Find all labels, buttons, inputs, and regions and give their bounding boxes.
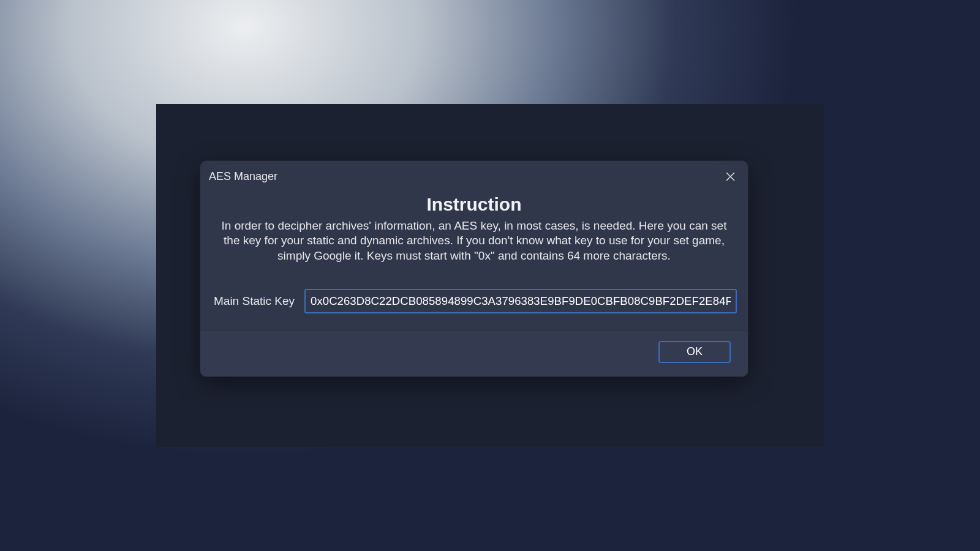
ok-button[interactable]: OK <box>658 341 731 363</box>
dialog-footer: OK <box>200 331 748 377</box>
main-static-key-row: Main Static Key <box>211 289 737 313</box>
instruction-body-text: In order to decipher archives' informati… <box>211 219 737 263</box>
dialog-titlebar[interactable]: AES Manager <box>200 161 748 186</box>
aes-manager-dialog: AES Manager Instruction In order to deci… <box>200 161 748 377</box>
main-static-key-label: Main Static Key <box>211 294 295 308</box>
main-static-key-input[interactable] <box>304 289 737 313</box>
close-button[interactable] <box>721 167 739 186</box>
instruction-heading: Instruction <box>211 194 737 215</box>
dialog-window-title: AES Manager <box>209 170 277 183</box>
close-icon <box>726 172 735 181</box>
desktop-background: AES Manager Instruction In order to deci… <box>0 0 980 551</box>
dialog-body: Instruction In order to decipher archive… <box>200 186 748 331</box>
